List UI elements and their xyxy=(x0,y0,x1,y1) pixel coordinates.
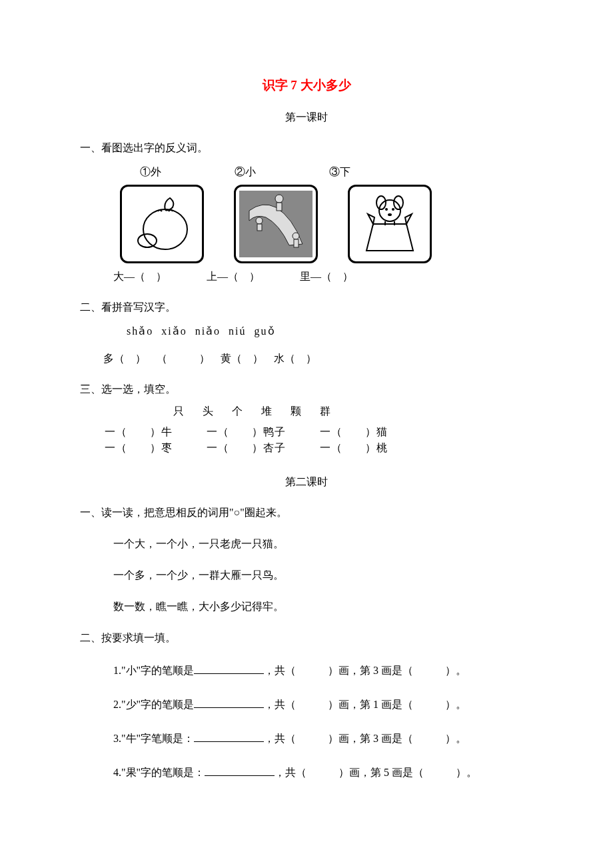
section-1: 一、看图选出字的反义词。 ①外 ②小 ③下 xyxy=(80,141,533,284)
svg-point-5 xyxy=(256,217,263,224)
svg-point-11 xyxy=(394,196,403,209)
option-3: ③下 xyxy=(329,165,350,179)
svg-point-13 xyxy=(392,208,394,211)
lesson2-label: 第二课时 xyxy=(80,475,533,489)
worksheet-page: 识字 7 大小多少 第一课时 一、看图选出字的反义词。 ①外 ②小 ③下 xyxy=(0,0,613,868)
antonym-blanks-row: 大—（ ） 上—（ ） 里—（ ） xyxy=(80,270,533,284)
q1-blank[interactable] xyxy=(194,663,264,674)
poem-line-3: 数一数，瞧一瞧，大小多少记得牢。 xyxy=(80,600,533,614)
image-box-2 xyxy=(234,185,318,263)
q1-text-b: ，共（ ）画，第 3 画是（ ）。 xyxy=(264,665,466,676)
svg-point-10 xyxy=(376,196,386,209)
option-1: ①外 xyxy=(140,165,161,179)
lesson1-label: 第一课时 xyxy=(80,111,533,125)
svg-rect-6 xyxy=(257,224,262,231)
q4-text-a: 4."果"字的笔顺是： xyxy=(113,767,205,778)
svg-point-9 xyxy=(379,200,400,221)
q1-text-a: 1."小"字的笔顺是 xyxy=(113,665,194,676)
svg-rect-8 xyxy=(294,239,299,247)
classifier-choices: 只 头 个 堆 颗 群 xyxy=(80,405,533,419)
blank-3[interactable]: 里—（ ） xyxy=(300,270,353,284)
classifier-row-1[interactable]: 一（ ）牛 一（ ）鸭子 一（ ）猫 xyxy=(80,425,533,439)
blank-2[interactable]: 上—（ ） xyxy=(207,270,260,284)
p2s1-head: 一、读一读，把意思相反的词用"○"圈起来。 xyxy=(80,506,533,520)
p2s2-head: 二、按要求填一填。 xyxy=(80,631,533,645)
poem-line-2: 一个多，一个少，一群大雁一只鸟。 xyxy=(80,569,533,583)
image-box-1 xyxy=(120,185,204,263)
q3-text-a: 3."牛"字笔顺是： xyxy=(113,733,194,744)
q2-blank[interactable] xyxy=(194,697,264,708)
svg-point-12 xyxy=(385,208,388,211)
q4-text-b: ，共（ ）画，第 5 画是（ ）。 xyxy=(275,767,477,778)
playground-icon xyxy=(239,191,312,257)
eggplant-icon xyxy=(129,193,195,256)
classifier-row-2[interactable]: 一（ ）枣 一（ ）杏子 一（ ）桃 xyxy=(80,441,533,455)
pinyin-blanks[interactable]: 多（ ） （ ） 黄（ ） 水（ ） xyxy=(80,352,533,366)
pinyin-row: shǎo xiǎo niǎo niú guǒ xyxy=(80,325,533,337)
part2-section-1: 一、读一读，把意思相反的词用"○"圈起来。 一个大，一个小，一只老虎一只猫。 一… xyxy=(80,506,533,614)
dog-box-icon xyxy=(353,191,426,257)
section-2: 二、看拼音写汉字。 shǎo xiǎo niǎo niú guǒ 多（ ） （ … xyxy=(80,301,533,366)
stroke-q3[interactable]: 3."牛"字笔顺是：，共（ ）画，第 3 画是（ ）。 xyxy=(80,731,533,746)
svg-point-3 xyxy=(275,195,283,203)
section-3: 三、选一选，填空。 只 头 个 堆 颗 群 一（ ）牛 一（ ）鸭子 一（ ）猫… xyxy=(80,383,533,455)
q3-text-b: ，共（ ）画，第 3 画是（ ）。 xyxy=(264,733,466,744)
answer-options-row: ①外 ②小 ③下 xyxy=(80,165,533,179)
stroke-q4[interactable]: 4."果"字的笔顺是：，共（ ）画，第 5 画是（ ）。 xyxy=(80,765,533,780)
section-2-head: 二、看拼音写汉字。 xyxy=(80,301,533,315)
q2-text-b: ，共（ ）画，第 1 画是（ ）。 xyxy=(264,699,466,710)
section-1-head: 一、看图选出字的反义词。 xyxy=(80,141,533,155)
stroke-q2[interactable]: 2."少"字的笔顺是，共（ ）画，第 1 画是（ ）。 xyxy=(80,697,533,712)
blank-1[interactable]: 大—（ ） xyxy=(113,270,167,284)
q4-blank[interactable] xyxy=(205,765,275,776)
svg-point-0 xyxy=(143,209,187,249)
image-row xyxy=(80,185,533,263)
stroke-q1[interactable]: 1."小"字的笔顺是，共（ ）画，第 3 画是（ ）。 xyxy=(80,663,533,678)
svg-point-14 xyxy=(388,213,392,216)
poem-line-1: 一个大，一个小，一只老虎一只猫。 xyxy=(80,537,533,551)
svg-point-7 xyxy=(293,233,299,239)
q3-blank[interactable] xyxy=(194,731,264,742)
image-box-3 xyxy=(348,185,432,263)
option-2: ②小 xyxy=(235,165,256,179)
page-title: 识字 7 大小多少 xyxy=(80,77,533,94)
q2-text-a: 2."少"字的笔顺是 xyxy=(113,699,194,710)
svg-rect-4 xyxy=(277,203,282,211)
part2-section-2: 二、按要求填一填。 1."小"字的笔顺是，共（ ）画，第 3 画是（ ）。 2.… xyxy=(80,631,533,780)
section-3-head: 三、选一选，填空。 xyxy=(80,383,533,397)
